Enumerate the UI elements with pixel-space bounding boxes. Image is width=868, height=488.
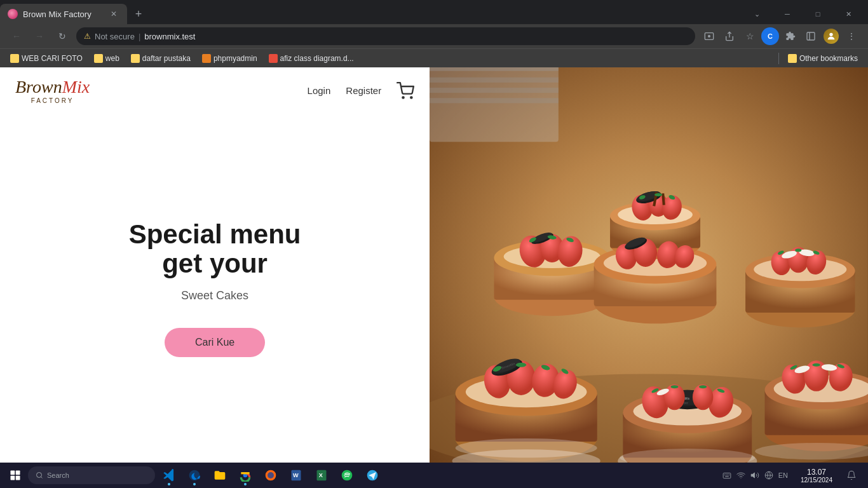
svg-point-108 <box>456 438 597 458</box>
url-box[interactable]: ⚠ Not secure | brownmix.test <box>76 27 695 45</box>
svg-marker-131 <box>751 473 754 478</box>
bookmarks-bar: WEB CARI FOTO web daftar pustaka phpmyad… <box>0 48 868 67</box>
svg-rect-113 <box>11 476 15 480</box>
right-panel: BrownMix <box>430 67 868 463</box>
left-panel: BrownMix FACTORY Login Register Special … <box>0 67 430 463</box>
svg-rect-2 <box>807 32 815 40</box>
cari-kue-button[interactable]: Cari Kue <box>165 328 265 357</box>
window-controls: ⌄ ─ □ ✕ <box>742 4 868 24</box>
window-chevron-button[interactable]: ⌄ <box>742 4 771 24</box>
hero-subtitle: Sweet Cakes <box>181 289 248 302</box>
back-button[interactable]: ← <box>8 27 25 45</box>
svg-rect-128 <box>727 475 728 475</box>
cake-image: BrownMix <box>430 67 868 463</box>
cart-icon[interactable] <box>397 82 414 100</box>
tab-bar: Brown Mix Factory ✕ + ⌄ ─ □ ✕ <box>0 0 868 24</box>
more-button[interactable]: ⋮ <box>843 27 860 45</box>
new-tab-button[interactable]: + <box>130 5 147 23</box>
hero-line2: get your <box>129 249 301 278</box>
page-content: BrownMix FACTORY Login Register Special … <box>0 67 868 463</box>
hero-line1: Special menu <box>129 220 301 249</box>
toolbar-icons: ☆ C ⋮ <box>700 27 860 45</box>
taskbar-app-telegram[interactable] <box>361 464 384 487</box>
bookmark-favicon <box>131 54 140 63</box>
bookmark-label: web <box>105 54 119 63</box>
taskbar-app-edge[interactable] <box>183 464 206 487</box>
volume-icon[interactable] <box>750 471 759 480</box>
svg-rect-126 <box>724 475 725 475</box>
other-bookmarks[interactable]: Other bookmarks <box>783 51 863 65</box>
network-icon[interactable] <box>736 471 745 480</box>
bookmark-favicon <box>269 54 278 63</box>
bookmark-web[interactable]: web <box>89 51 125 65</box>
svg-point-93 <box>671 385 679 388</box>
svg-rect-129 <box>729 475 729 475</box>
security-text: Not secure <box>95 32 135 41</box>
login-link[interactable]: Login <box>308 85 331 96</box>
security-icon: ⚠ <box>84 32 91 41</box>
taskbar-app-vscode[interactable] <box>158 464 180 487</box>
hero-content: Special menu get your Sweet Cakes Cari K… <box>0 114 430 463</box>
window-maximize-button[interactable]: □ <box>803 4 832 24</box>
taskbar-clock[interactable]: 13.07 12/15/2024 <box>796 468 837 484</box>
svg-point-123 <box>342 470 353 481</box>
svg-point-118 <box>268 472 274 478</box>
start-button[interactable] <box>5 465 25 485</box>
sidebar-button[interactable] <box>802 27 820 45</box>
svg-rect-111 <box>11 471 15 475</box>
url-text: brownmix.test <box>144 32 195 41</box>
notification-button[interactable] <box>840 464 863 487</box>
taskbar-search[interactable]: Search <box>28 466 155 484</box>
bookmark-favicon <box>788 54 797 63</box>
taskbar-app-word[interactable]: W <box>285 464 308 487</box>
bookmarks-divider <box>778 53 779 64</box>
bookmark-web-cari-foto[interactable]: WEB CARI FOTO <box>5 51 88 65</box>
screenshot-button[interactable] <box>700 27 718 45</box>
profile-avatar <box>824 29 839 44</box>
svg-point-42 <box>654 193 662 196</box>
reload-button[interactable]: ↻ <box>53 27 71 45</box>
bookmark-label: afiz class diagram.d... <box>280 54 354 63</box>
window-close-button[interactable]: ✕ <box>834 4 863 24</box>
svg-rect-12 <box>430 98 559 103</box>
bookmark-label: WEB CARI FOTO <box>22 54 83 63</box>
search-label: Search <box>47 471 69 479</box>
taskbar-app-chrome[interactable] <box>234 464 257 487</box>
bookmark-favicon <box>10 54 19 63</box>
forward-button[interactable]: → <box>31 27 48 45</box>
logo-mix: Mix <box>62 77 90 97</box>
bookmark-daftar-pustaka[interactable]: daftar pustaka <box>126 51 196 65</box>
window-minimize-button[interactable]: ─ <box>773 4 802 24</box>
tab-favicon <box>8 9 18 19</box>
globe-icon[interactable] <box>764 471 773 480</box>
share-button[interactable] <box>721 27 738 45</box>
ime-indicator: EN <box>778 471 788 479</box>
taskbar-app-excel[interactable]: X <box>310 464 333 487</box>
logo: BrownMix <box>15 78 90 97</box>
active-tab[interactable]: Brown Mix Factory ✕ <box>0 4 127 24</box>
site-header: BrownMix FACTORY Login Register <box>0 67 430 114</box>
keyboard-icon[interactable] <box>722 471 731 480</box>
bookmark-phpmyadmin[interactable]: phpmyadmin <box>197 51 262 65</box>
bookmark-star-button[interactable]: ☆ <box>741 27 759 45</box>
taskbar-app-files[interactable] <box>208 464 231 487</box>
svg-point-4 <box>829 33 832 36</box>
extensions-button[interactable] <box>782 27 799 45</box>
chrome-extension-button[interactable]: C <box>761 27 779 45</box>
taskbar-system-icons: EN <box>717 471 793 480</box>
taskbar-app-spotify[interactable] <box>336 464 358 487</box>
logo-factory: FACTORY <box>31 97 74 104</box>
nav-links: Login Register <box>308 82 415 100</box>
taskbar: Search W X EN 13.07 12/15/2024 <box>0 463 868 488</box>
taskbar-app-firefox[interactable] <box>259 464 282 487</box>
svg-rect-11 <box>430 88 559 93</box>
profile-button[interactable] <box>822 27 840 45</box>
register-link[interactable]: Register <box>346 85 381 96</box>
tab-close-button[interactable]: ✕ <box>108 8 119 20</box>
svg-rect-114 <box>16 476 20 480</box>
svg-point-115 <box>37 473 42 478</box>
bookmark-afiz[interactable]: afiz class diagram.d... <box>264 51 359 65</box>
url-separator: | <box>139 32 140 41</box>
bookmark-label: daftar pustaka <box>142 54 191 63</box>
other-bookmarks-label: Other bookmarks <box>799 54 858 63</box>
